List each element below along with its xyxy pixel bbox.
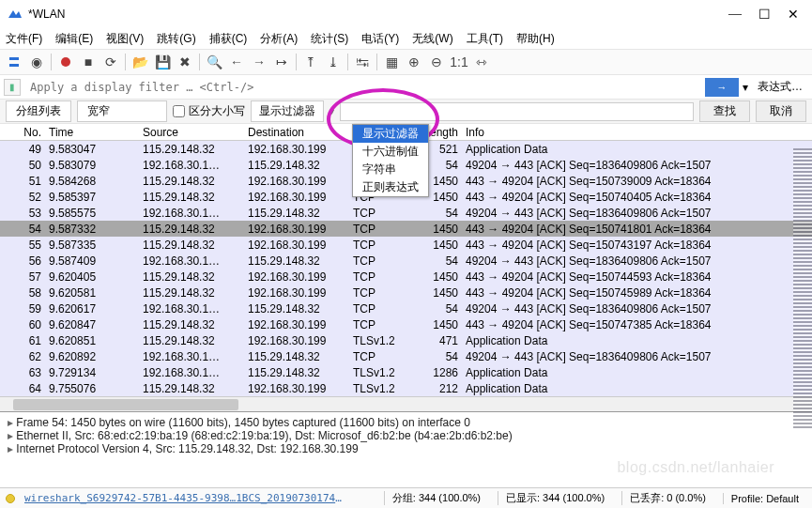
packet-details-pane[interactable]: Frame 54: 1450 bytes on wire (11600 bits… (0, 411, 812, 485)
col-destination[interactable]: Destination (244, 126, 349, 139)
colorize-icon[interactable]: ▦ (381, 52, 402, 72)
dropdown-option[interactable]: 正则表达式 (353, 178, 428, 196)
filter-bookmark-icon[interactable]: ▮ (4, 79, 21, 96)
menu-item[interactable]: 捕获(C) (209, 31, 248, 47)
chevron-down-icon[interactable]: ▾ (329, 106, 334, 116)
menu-item[interactable]: 电话(Y) (361, 31, 399, 47)
capture-file-link[interactable]: wireshark_S6929742-57B1-4435-9398…1BCS_2… (24, 492, 344, 504)
find-button[interactable]: 查找 (699, 100, 750, 122)
close-file-icon[interactable]: ✖ (175, 52, 195, 72)
svg-point-0 (61, 57, 70, 67)
cancel-button[interactable]: 取消 (756, 100, 806, 122)
apply-filter-button[interactable]: → (705, 78, 739, 97)
goto-icon[interactable]: ↦ (271, 52, 292, 72)
interfaces-icon[interactable] (4, 52, 24, 72)
status-dropped: 已丢弃: 0 (0.0%) (621, 491, 713, 505)
zoom-out-icon[interactable]: ⊖ (426, 52, 447, 72)
packet-row[interactable]: 589.620581115.29.148.32192.168.30.199TCP… (0, 285, 812, 300)
detail-line[interactable]: Internet Protocol Version 4, Src: 115.29… (8, 442, 804, 455)
detail-line[interactable]: Ethernet II, Src: 68:ed:c2:19:ba:19 (68:… (8, 429, 804, 442)
dropdown-option[interactable]: 显示过滤器 (353, 125, 428, 143)
zoom-in-icon[interactable]: ⊕ (404, 52, 424, 72)
zoom-reset-icon[interactable]: 1:1 (449, 52, 469, 72)
status-packets: 分组: 344 (100.0%) (384, 491, 488, 505)
next-icon[interactable]: → (249, 52, 269, 72)
packet-row[interactable]: 649.755076115.29.148.32192.168.30.199TLS… (0, 380, 812, 396)
menu-item[interactable]: 无线(W) (412, 31, 452, 47)
menu-item[interactable]: 视图(V) (106, 31, 144, 47)
minimap-scrollbar[interactable] (793, 148, 812, 430)
packet-row[interactable]: 609.620847115.29.148.32192.168.30.199TCP… (0, 316, 812, 332)
col-info[interactable]: Info (462, 126, 812, 139)
start-capture-icon[interactable] (55, 52, 76, 72)
search-scope-dropdown[interactable]: 分组列表 (6, 100, 71, 122)
packet-row[interactable]: 619.620851115.29.148.32192.168.30.199TLS… (0, 332, 812, 348)
stop-capture-icon[interactable]: ■ (78, 52, 99, 72)
menu-item[interactable]: 统计(S) (311, 31, 348, 47)
menu-item[interactable]: 编辑(E) (55, 31, 93, 47)
col-source[interactable]: Source (139, 126, 244, 139)
main-toolbar: ◉ ■ ⟳ 📂 💾 ✖ 🔍 ← → ↦ ⤒ ⤓ ⭾ ▦ ⊕ ⊖ 1:1 ⇿ (0, 49, 812, 75)
horizontal-scrollbar[interactable] (0, 396, 812, 411)
expression-button[interactable]: 表达式… (752, 79, 808, 95)
first-packet-icon[interactable]: ⤒ (300, 52, 321, 72)
packet-row[interactable]: 639.729134192.168.30.1…115.29.148.32TLSv… (0, 364, 812, 380)
search-input[interactable] (340, 102, 694, 121)
open-file-icon[interactable]: 📂 (130, 52, 150, 72)
case-sensitive-checkbox[interactable]: 区分大小写 (173, 103, 245, 119)
detail-line[interactable]: Frame 54: 1450 bytes on wire (11600 bits… (8, 416, 804, 429)
dropdown-icon[interactable]: ▾ (743, 81, 748, 94)
menu-item[interactable]: 分析(A) (260, 31, 298, 47)
status-displayed: 已显示: 344 (100.0%) (498, 491, 612, 505)
col-time[interactable]: Time (45, 126, 139, 139)
case-label: 区分大小写 (189, 103, 245, 119)
menu-item[interactable]: 文件(F) (6, 31, 42, 47)
search-width-dropdown[interactable]: 宽窄 (77, 100, 167, 122)
packet-row[interactable]: 569.587409192.168.30.1…115.29.148.32TCP5… (0, 253, 812, 269)
menu-item[interactable]: 工具(T) (467, 31, 503, 47)
packet-row[interactable]: 539.585575192.168.30.1…115.29.148.32TCP5… (0, 205, 812, 221)
window-title: *WLAN (28, 8, 728, 21)
dropdown-option[interactable]: 十六进制值 (353, 143, 428, 161)
last-packet-icon[interactable]: ⤓ (323, 52, 344, 72)
minimize-button[interactable]: — (728, 7, 742, 23)
dropdown-option[interactable]: 字符串 (353, 161, 428, 178)
menu-item[interactable]: 帮助(H) (516, 31, 555, 47)
maximize-button[interactable]: ☐ (758, 7, 771, 23)
app-icon (8, 7, 23, 22)
col-no[interactable]: No. (0, 126, 45, 139)
autoscroll-icon[interactable]: ⭾ (352, 52, 373, 72)
packet-row[interactable]: 579.620405115.29.148.32192.168.30.199TCP… (0, 269, 812, 285)
save-file-icon[interactable]: 💾 (152, 52, 173, 72)
find-icon[interactable]: 🔍 (204, 52, 224, 72)
menu-item[interactable]: 跳转(G) (157, 31, 195, 47)
prev-icon[interactable]: ← (226, 52, 247, 72)
capture-options-icon[interactable]: ◉ (26, 52, 47, 72)
packet-row[interactable]: 549.587332115.29.148.32192.168.30.199TCP… (0, 221, 812, 237)
packet-row[interactable]: 599.620617192.168.30.1…115.29.148.32TCP5… (0, 300, 812, 316)
restart-capture-icon[interactable]: ⟳ (100, 52, 121, 72)
search-type-dropdown[interactable]: 显示过滤器 (251, 100, 324, 122)
expert-info-icon[interactable] (6, 494, 15, 503)
resize-columns-icon[interactable]: ⇿ (471, 52, 492, 72)
status-profile[interactable]: Profile: Default (723, 493, 806, 504)
close-button[interactable]: ✕ (788, 7, 799, 23)
packet-row[interactable]: 559.587335115.29.148.32192.168.30.199TCP… (0, 237, 812, 253)
display-filter-input[interactable] (24, 78, 701, 97)
packet-row[interactable]: 629.620892192.168.30.1…115.29.148.32TCP5… (0, 348, 812, 364)
